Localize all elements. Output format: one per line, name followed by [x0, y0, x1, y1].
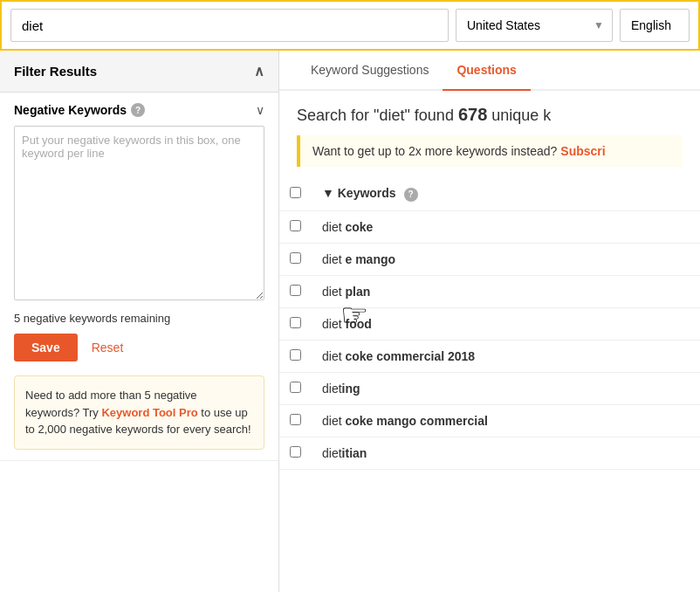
keyword-cell: diet coke [312, 210, 700, 243]
table-row: diet coke mango commercial [279, 404, 700, 437]
help-icon[interactable]: ? [131, 103, 145, 117]
result-header: Search for "diet" found 678 unique k [279, 91, 700, 135]
keyword-bold: coke mango commercial [345, 414, 487, 428]
keyword-bold: coke [345, 220, 373, 234]
keyword-bold: food [345, 317, 371, 331]
language-display: English [620, 9, 690, 42]
table-row: diet plan [279, 275, 700, 307]
result-text-before: Search for "diet" found [297, 107, 458, 124]
table-row: diet coke [279, 210, 700, 243]
negative-keywords-section: Negative Keywords ? ∨ 5 negative keyword… [0, 93, 278, 461]
chevron-down-icon[interactable]: ∨ [256, 103, 264, 117]
tab-questions[interactable]: Questions [443, 51, 530, 91]
result-text-after: unique k [487, 107, 551, 124]
negative-keywords-title-group: Negative Keywords ? [14, 103, 145, 117]
select-all-checkbox[interactable] [290, 187, 301, 198]
action-buttons: Save Reset [14, 334, 264, 361]
keyword-plain: diet [322, 317, 345, 331]
result-count: 678 [458, 105, 487, 124]
reset-button[interactable]: Reset [92, 341, 124, 355]
table-row: dieting [279, 372, 700, 404]
table-row: dietitian [279, 437, 700, 469]
search-input-wrap [10, 9, 449, 42]
keyword-bold: itian [342, 446, 367, 460]
row-checkbox-cell [279, 210, 312, 243]
table-row: diet e mango [279, 243, 700, 275]
keywords-help-icon[interactable]: ? [404, 188, 418, 202]
tab-keyword-suggestions[interactable]: Keyword Suggestions [297, 51, 443, 91]
top-bar: United States ▼ English [0, 0, 700, 51]
table-row: diet coke commercial 2018 [279, 340, 700, 372]
filter-results-header: Filter Results ∧ [0, 51, 278, 93]
row-checkbox[interactable] [290, 220, 301, 231]
promo-link[interactable]: Keyword Tool Pro [101, 406, 197, 419]
keyword-bold: plan [345, 285, 370, 299]
row-checkbox[interactable] [290, 414, 301, 425]
country-select[interactable]: United States [456, 9, 613, 42]
sidebar: Filter Results ∧ Negative Keywords ? ∨ 5… [0, 51, 279, 592]
save-button[interactable]: Save [14, 334, 78, 361]
row-checkbox-cell [279, 372, 312, 404]
negative-keywords-header: Negative Keywords ? ∨ [14, 103, 264, 117]
row-checkbox-cell [279, 307, 312, 340]
row-checkbox-cell [279, 340, 312, 372]
select-all-header [279, 177, 312, 210]
tabs-bar: Keyword Suggestions Questions [279, 51, 700, 91]
keyword-plain: diet [322, 382, 342, 396]
negative-keywords-textarea[interactable] [14, 126, 264, 300]
filter-results-title: Filter Results [14, 64, 97, 79]
keyword-cell: diet food [312, 307, 700, 340]
keywords-table: ▼ Keywords ? diet coke diet e mango diet… [279, 177, 700, 470]
keyword-plain: diet [322, 446, 342, 460]
row-checkbox[interactable] [290, 317, 301, 328]
table-row: diet food [279, 307, 700, 340]
promo-box: Need to add more than 5 negative keyword… [14, 375, 264, 450]
main-layout: Filter Results ∧ Negative Keywords ? ∨ 5… [0, 51, 700, 592]
row-checkbox[interactable] [290, 446, 301, 458]
row-checkbox-cell [279, 437, 312, 469]
row-checkbox[interactable] [290, 382, 301, 393]
row-checkbox-cell [279, 275, 312, 307]
subscribe-banner: Want to get up to 2x more keywords inste… [297, 135, 683, 167]
keyword-cell: dietitian [312, 437, 700, 469]
country-select-wrap: United States ▼ [456, 9, 613, 42]
keyword-plain: diet [322, 252, 345, 266]
content-area: Keyword Suggestions Questions Search for… [279, 51, 700, 592]
negative-keywords-label: Negative Keywords [14, 103, 127, 117]
row-checkbox-cell [279, 404, 312, 437]
row-checkbox[interactable] [290, 285, 301, 296]
keyword-cell: diet coke commercial 2018 [312, 340, 700, 372]
search-input[interactable] [10, 9, 449, 42]
keywords-column-header: ▼ Keywords ? [312, 177, 700, 210]
row-checkbox[interactable] [290, 252, 301, 264]
subscribe-text: Want to get up to 2x more keywords inste… [312, 144, 560, 158]
row-checkbox[interactable] [290, 349, 301, 361]
keyword-cell: diet coke mango commercial [312, 404, 700, 437]
keyword-plain: diet [322, 220, 345, 234]
keyword-bold: ing [342, 382, 360, 396]
keyword-plain: diet [322, 414, 345, 428]
keyword-bold: coke commercial 2018 [345, 349, 475, 363]
keyword-cell: dieting [312, 372, 700, 404]
keyword-bold: e mango [345, 252, 395, 266]
row-checkbox-cell [279, 243, 312, 275]
keyword-plain: diet [322, 349, 345, 363]
keyword-cell: diet e mango [312, 243, 700, 275]
keyword-plain: diet [322, 285, 345, 299]
collapse-icon[interactable]: ∧ [254, 63, 264, 79]
remaining-text: 5 negative keywords remaining [14, 312, 264, 325]
subscribe-link[interactable]: Subscri [560, 144, 605, 158]
keyword-cell: diet plan [312, 275, 700, 307]
